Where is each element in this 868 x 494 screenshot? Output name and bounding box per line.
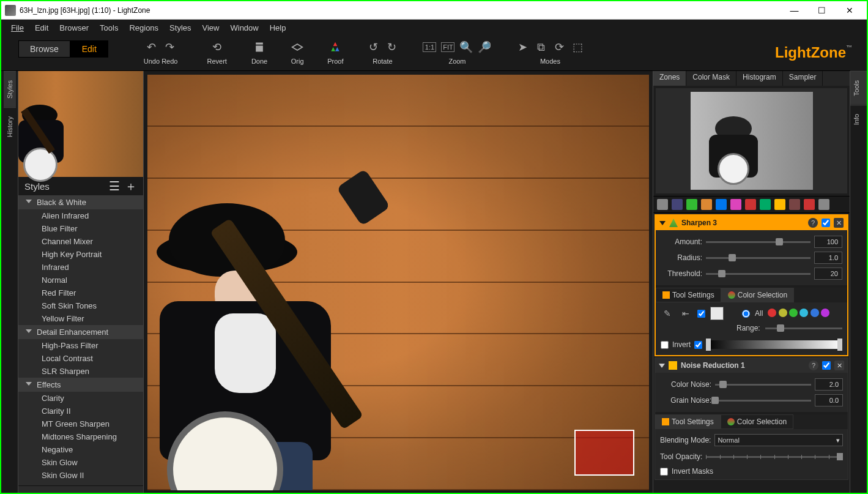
redo-icon[interactable]: ↷ xyxy=(163,40,177,54)
param-value[interactable]: 1.0 xyxy=(814,252,842,264)
tool-close-icon[interactable]: ✕ xyxy=(834,218,844,228)
style-item[interactable]: Skin Glow II xyxy=(18,469,143,482)
eyedropper-icon[interactable]: ✎ xyxy=(661,307,674,320)
style-item[interactable]: Red Filter xyxy=(18,286,143,299)
tab-sampler[interactable]: Sampler xyxy=(783,71,823,86)
menu-edit[interactable]: Edit xyxy=(30,21,53,34)
param-value[interactable]: 100 xyxy=(814,236,842,248)
style-item[interactable]: Channel Mixer xyxy=(18,235,143,248)
zoom-1-1-button[interactable]: 1:1 xyxy=(423,42,436,52)
tab-zones[interactable]: Zones xyxy=(653,71,686,86)
collapse-icon[interactable] xyxy=(659,364,665,368)
style-item[interactable]: Clarity xyxy=(18,392,143,405)
rotate-right-icon[interactable]: ↻ xyxy=(385,40,398,54)
vtab-info[interactable]: Info xyxy=(850,105,867,133)
tool-shortcut-icon[interactable] xyxy=(716,199,727,210)
style-category[interactable]: Detail Enhancement xyxy=(18,325,143,339)
param-value[interactable]: 0.0 xyxy=(815,394,843,406)
range-slider[interactable] xyxy=(765,323,842,333)
subtab-color-selection[interactable]: Color Selection xyxy=(721,414,793,429)
region-selection[interactable] xyxy=(574,430,634,476)
proof-icon[interactable] xyxy=(328,40,342,54)
luminosity-gradient[interactable] xyxy=(706,340,842,349)
subtab-color-selection[interactable]: Color Selection xyxy=(721,288,794,302)
reset-dropper-icon[interactable]: ⇤ xyxy=(679,307,692,320)
tool-shortcut-icon[interactable] xyxy=(730,199,741,210)
opacity-thumb[interactable] xyxy=(837,453,843,460)
menu-styles[interactable]: Styles xyxy=(165,21,196,34)
hue-dot[interactable] xyxy=(779,309,787,317)
blend-mode-select[interactable]: Normal▾ xyxy=(714,434,843,446)
tool-enable-checkbox[interactable] xyxy=(822,361,831,370)
style-item[interactable]: High Key Portrait xyxy=(18,248,143,261)
styles-hscroll[interactable] xyxy=(18,485,143,494)
rotate-left-icon[interactable]: ↺ xyxy=(366,40,380,54)
style-category[interactable]: Effects xyxy=(18,378,143,392)
tool-header-sharpen[interactable]: Sharpen 3 ? ✕ xyxy=(656,215,847,230)
style-item[interactable]: Soft Skin Tones xyxy=(18,299,143,312)
maximize-button[interactable]: ☐ xyxy=(808,1,836,20)
hue-dot[interactable] xyxy=(811,309,819,317)
tool-shortcut-icon[interactable] xyxy=(672,199,683,210)
menu-file[interactable]: File xyxy=(6,21,29,34)
style-item[interactable]: Blue Filter xyxy=(18,222,143,235)
zoom-in-icon[interactable]: 🔍 xyxy=(459,40,473,54)
all-colors-radio[interactable] xyxy=(742,310,750,318)
param-slider[interactable] xyxy=(706,253,811,263)
param-slider[interactable] xyxy=(715,380,811,389)
styles-list-mode-icon[interactable]: ☰ xyxy=(109,179,120,193)
param-slider[interactable] xyxy=(715,395,811,405)
style-item[interactable]: Skin Glow xyxy=(18,456,143,469)
menu-browser[interactable]: Browser xyxy=(54,21,94,34)
invert-masks-checkbox[interactable] xyxy=(660,468,668,476)
close-button[interactable]: ✕ xyxy=(836,1,863,20)
mode-region-icon[interactable]: ⬚ xyxy=(571,40,584,54)
menu-help[interactable]: Help xyxy=(265,21,291,34)
style-item[interactable]: Alien Infrared xyxy=(18,209,143,222)
style-item[interactable]: MT Green Sharpen xyxy=(18,417,143,430)
swatch-enable-checkbox[interactable] xyxy=(697,310,705,318)
style-item[interactable]: Yellow Filter xyxy=(18,312,143,325)
tool-enable-checkbox[interactable] xyxy=(822,219,830,227)
zoom-fit-button[interactable]: FIT xyxy=(441,42,454,52)
opacity-slider[interactable] xyxy=(706,456,843,458)
menu-view[interactable]: View xyxy=(198,21,224,34)
tab-color-mask[interactable]: Color Mask xyxy=(686,71,736,86)
tool-shortcut-icon[interactable] xyxy=(760,199,771,210)
lum-handle-left[interactable] xyxy=(706,339,711,351)
help-icon[interactable]: ? xyxy=(809,361,818,370)
tool-close-icon[interactable]: ✕ xyxy=(834,361,844,370)
hue-dot[interactable] xyxy=(799,309,808,317)
subtab-tool-settings[interactable]: Tool Settings xyxy=(656,288,721,302)
tool-shortcut-icon[interactable] xyxy=(686,199,697,210)
param-value[interactable]: 2.0 xyxy=(815,378,843,391)
tab-edit[interactable]: Edit xyxy=(70,40,108,58)
styles-add-icon[interactable]: ＋ xyxy=(125,178,137,195)
mode-arrow-icon[interactable]: ➤ xyxy=(516,40,529,54)
vtab-styles[interactable]: Styles xyxy=(4,71,16,107)
style-item[interactable]: Midtones Sharpening xyxy=(18,430,143,443)
undo-icon[interactable]: ↶ xyxy=(145,40,158,54)
style-item[interactable]: Normal xyxy=(18,274,143,286)
tab-histogram[interactable]: Histogram xyxy=(736,71,783,86)
style-item[interactable]: High-Pass Filter xyxy=(18,339,143,352)
styles-list[interactable]: Black & WhiteAlien InfraredBlue FilterCh… xyxy=(18,195,143,485)
edited-image[interactable] xyxy=(147,75,649,490)
zone-preview[interactable] xyxy=(656,88,847,193)
hue-dot[interactable] xyxy=(789,309,798,317)
hue-dot[interactable] xyxy=(821,309,829,317)
hue-dot[interactable] xyxy=(768,309,776,317)
menu-tools[interactable]: Tools xyxy=(95,21,123,34)
thumbnail-preview[interactable] xyxy=(18,71,143,177)
tool-shortcut-icon[interactable] xyxy=(818,199,829,210)
tool-shortcut-icon[interactable] xyxy=(804,199,815,210)
tool-shortcut-icon[interactable] xyxy=(774,199,785,210)
style-item[interactable]: Infrared xyxy=(18,261,143,274)
style-item[interactable]: SLR Sharpen xyxy=(18,365,143,378)
revert-icon[interactable]: ⟲ xyxy=(210,40,224,54)
subtab-tool-settings[interactable]: Tool Settings xyxy=(655,414,721,429)
tool-shortcut-icon[interactable] xyxy=(657,199,668,210)
param-slider[interactable] xyxy=(706,237,811,247)
tool-header-noise[interactable]: Noise Reduction 1 ? ✕ xyxy=(655,358,848,373)
lum-handle-right[interactable] xyxy=(837,339,842,351)
